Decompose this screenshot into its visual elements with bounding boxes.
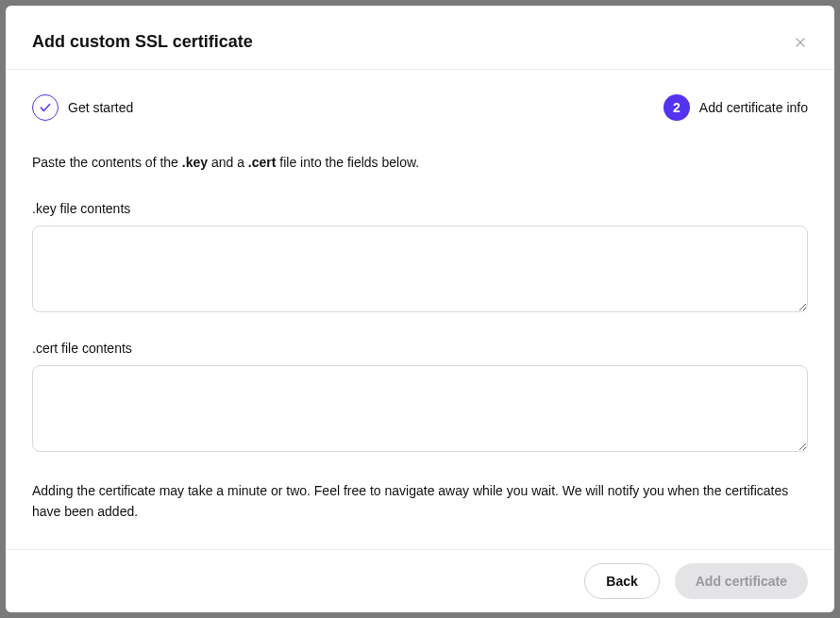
step1-label: Get started: [68, 100, 133, 115]
cert-file-input[interactable]: [32, 365, 808, 452]
modal-footer: Back Add certificate: [6, 549, 834, 612]
step-add-certificate-info: 2 Add certificate info: [664, 94, 808, 121]
step2-label: Add certificate info: [699, 100, 808, 115]
cert-field-label: .cert file contents: [32, 341, 808, 356]
close-icon[interactable]: [793, 35, 808, 50]
instruction-text: Paste the contents of the .key and a .ce…: [32, 153, 808, 173]
modal-title: Add custom SSL certificate: [32, 32, 253, 52]
note-text: Adding the certificate may take a minute…: [32, 480, 808, 523]
step-indicator: Get started 2 Add certificate info: [32, 94, 808, 121]
key-file-input[interactable]: [32, 225, 808, 312]
step-get-started[interactable]: Get started: [32, 94, 133, 121]
key-field-block: .key file contents: [32, 201, 808, 316]
step2-number: 2: [664, 94, 690, 121]
add-certificate-button[interactable]: Add certificate: [675, 563, 808, 599]
modal-header: Add custom SSL certificate: [6, 6, 834, 70]
ssl-certificate-modal: Add custom SSL certificate Get started 2…: [6, 6, 834, 612]
cert-field-block: .cert file contents: [32, 341, 808, 456]
key-field-label: .key file contents: [32, 201, 808, 216]
back-button[interactable]: Back: [584, 563, 659, 599]
checkmark-icon: [32, 94, 59, 121]
modal-body: Get started 2 Add certificate info Paste…: [6, 70, 834, 549]
